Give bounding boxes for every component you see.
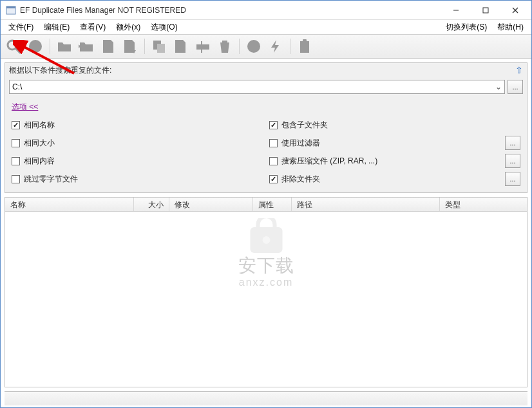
- folder-play-icon[interactable]: [77, 37, 95, 55]
- watermark-text: 安下载: [238, 254, 294, 278]
- menu-file[interactable]: 文件(F): [3, 21, 39, 34]
- search-icon[interactable]: [5, 37, 23, 55]
- exclude-config-button[interactable]: ...: [505, 172, 520, 186]
- check-exclude-folders[interactable]: 排除文件夹 ...: [269, 173, 520, 185]
- path-row: C:\ ⌄ ...: [5, 77, 527, 97]
- svg-rect-1: [6, 6, 15, 8]
- options-toggle-link[interactable]: 选项 <<: [12, 102, 38, 113]
- toolbar-separator: [144, 39, 145, 54]
- copy-icon[interactable]: [150, 37, 168, 55]
- svg-point-8: [29, 40, 42, 53]
- app-icon: [6, 5, 16, 15]
- maximize-button[interactable]: [471, 1, 500, 20]
- path-value: C:\: [12, 82, 22, 91]
- column-modified[interactable]: 修改: [169, 198, 253, 211]
- svg-rect-10: [157, 44, 165, 53]
- svg-rect-12: [201, 41, 202, 53]
- svg-point-14: [247, 40, 260, 53]
- svg-rect-17: [250, 227, 282, 253]
- menu-edit[interactable]: 编辑(E): [39, 21, 75, 34]
- titlebar: EF Duplicate Files Manager NOT REGISTERE…: [1, 1, 531, 20]
- check-same-size[interactable]: 相同大小: [12, 137, 269, 149]
- svg-line-7: [15, 48, 20, 53]
- column-type[interactable]: 类型: [440, 198, 527, 211]
- column-name[interactable]: 名称: [5, 198, 134, 211]
- search-panel: 根据以下条件搜索重复的文件: ⇧ C:\ ⌄ ... 选项 << 相同名称 相同…: [5, 62, 527, 193]
- toolbar-separator: [290, 39, 290, 54]
- check-same-name[interactable]: 相同名称: [12, 119, 269, 131]
- browse-button[interactable]: ...: [508, 80, 523, 94]
- check-use-filters[interactable]: 使用过滤器 ...: [269, 137, 520, 149]
- check-include-subfolders[interactable]: 包含子文件夹: [269, 119, 520, 131]
- results-list: 名称 大小 修改 属性 路径 类型 安下载 anxz.com: [5, 197, 527, 387]
- toolbar: [1, 34, 531, 59]
- refresh-icon[interactable]: [245, 37, 263, 55]
- window-title: EF Duplicate Files Manager NOT REGISTERE…: [20, 6, 441, 15]
- watermark-sub: anxz.com: [238, 277, 294, 288]
- toolbar-separator: [239, 39, 240, 54]
- archives-config-button[interactable]: ...: [505, 154, 520, 168]
- menubar: 文件(F) 编辑(E) 查看(V) 额外(x) 选项(O) 切换列表(S) 帮助…: [1, 20, 531, 34]
- minimize-button[interactable]: [441, 1, 471, 20]
- chevron-down-icon[interactable]: ⌄: [495, 82, 502, 91]
- watermark: 安下载 anxz.com: [238, 218, 294, 288]
- menu-view[interactable]: 查看(V): [75, 21, 111, 34]
- toolbar-separator: [50, 39, 50, 54]
- options-grid: 相同名称 相同大小 相同内容 跳过零字节文件 包含子文件夹 使用过滤器 ... …: [5, 119, 527, 192]
- svg-point-18: [262, 236, 270, 244]
- list-header: 名称 大小 修改 属性 路径 类型: [5, 198, 527, 212]
- move-icon[interactable]: [172, 37, 190, 55]
- statusbar: [5, 391, 527, 405]
- document-arrow-icon[interactable]: [121, 37, 139, 55]
- svg-rect-3: [483, 8, 488, 13]
- menu-options[interactable]: 选项(O): [146, 21, 182, 34]
- collapse-icon[interactable]: ⇧: [515, 65, 523, 75]
- check-same-content[interactable]: 相同内容: [12, 155, 269, 167]
- svg-rect-13: [222, 41, 227, 42]
- trash-icon[interactable]: [216, 37, 234, 55]
- path-combobox[interactable]: C:\ ⌄: [9, 80, 505, 94]
- bolt-icon[interactable]: [267, 37, 285, 55]
- close-button[interactable]: [500, 1, 530, 20]
- panel-header: 根据以下条件搜索重复的文件: ⇧: [5, 63, 527, 77]
- filters-config-button[interactable]: ...: [505, 136, 520, 150]
- menu-switch-list[interactable]: 切换列表(S): [441, 21, 492, 34]
- svg-rect-15: [300, 41, 309, 53]
- clipboard-icon[interactable]: [296, 37, 314, 55]
- check-search-archives[interactable]: 搜索压缩文件 (ZIP, RAR, ...) ...: [269, 155, 520, 167]
- menu-help[interactable]: 帮助(H): [492, 21, 529, 34]
- rename-icon[interactable]: [194, 37, 212, 55]
- svg-rect-11: [196, 44, 209, 50]
- menu-extra[interactable]: 额外(x): [111, 21, 146, 34]
- stop-icon[interactable]: [26, 37, 44, 55]
- svg-rect-16: [303, 39, 307, 42]
- column-attributes[interactable]: 属性: [253, 198, 292, 211]
- check-skip-zero-byte[interactable]: 跳过零字节文件: [12, 173, 269, 185]
- list-body[interactable]: 安下载 anxz.com: [5, 212, 527, 387]
- column-size[interactable]: 大小: [134, 198, 169, 211]
- folder-icon[interactable]: [55, 37, 73, 55]
- panel-header-label: 根据以下条件搜索重复的文件:: [9, 65, 111, 76]
- column-path[interactable]: 路径: [292, 198, 440, 211]
- document-icon[interactable]: [99, 37, 117, 55]
